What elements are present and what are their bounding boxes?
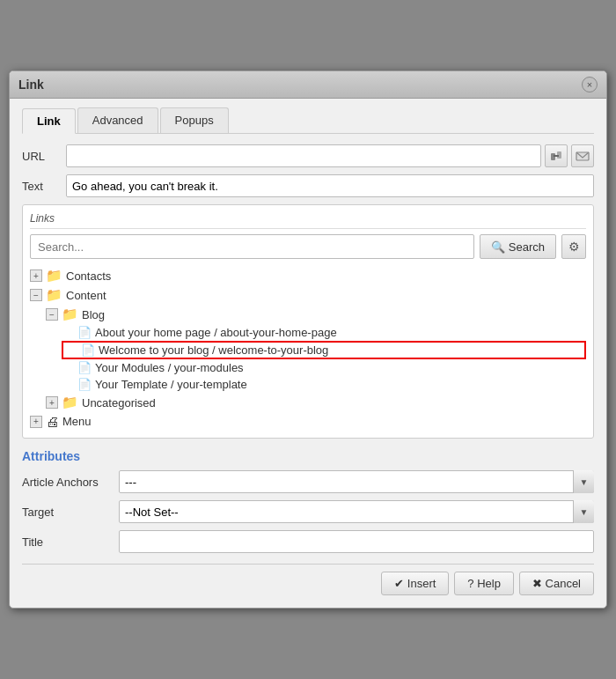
text-row: Text [22, 174, 594, 197]
url-label: URL [22, 150, 66, 163]
content-toggle[interactable]: − [30, 289, 42, 301]
dialog-title: Link [18, 77, 44, 92]
about-label: About your home page / about-your-home-p… [95, 326, 337, 339]
cancel-button[interactable]: ✖ Cancel [519, 572, 594, 595]
search-row: 🔍 Search ⚙ [30, 234, 586, 259]
tree-item-contacts[interactable]: + 📁 Contacts [30, 266, 586, 285]
target-select[interactable]: --Not Set-- [119, 500, 594, 523]
tree-item-blog[interactable]: − 📁 Blog [46, 305, 586, 324]
dialog-titlebar: Link × [10, 71, 606, 99]
uncategorised-toggle[interactable]: + [46, 396, 58, 409]
url-row: URL [22, 144, 594, 167]
gear-icon: ⚙ [568, 240, 580, 254]
dialog-body: Link Advanced Popups URL [10, 99, 606, 608]
dialog-footer: ✔ Insert ? Help ✖ Cancel [22, 564, 594, 595]
tree-item-uncategorised[interactable]: + 📁 Uncategorised [46, 393, 586, 412]
tree-item-welcome[interactable]: 📄 Welcome to your blog / welcome-to-your… [62, 341, 586, 359]
modules-doc-icon: 📄 [77, 361, 92, 374]
search-input[interactable] [30, 234, 474, 259]
attributes-title: Attributes [22, 449, 594, 463]
template-doc-icon: 📄 [77, 378, 92, 391]
content-label: Content [66, 289, 106, 302]
tree-item-modules[interactable]: 📄 Your Modules / your-modules [62, 359, 586, 376]
search-button[interactable]: 🔍 Search [480, 234, 556, 259]
modules-label: Your Modules / your-modules [95, 361, 244, 374]
help-button[interactable]: ? Help [454, 572, 514, 595]
menu-toggle[interactable]: + [30, 416, 42, 428]
tree: + 📁 Contacts − 📁 Content − 📁 Blog [30, 266, 586, 431]
menu-label: Menu [62, 415, 92, 428]
article-anchors-row: Article Anchors --- ▼ [22, 470, 594, 493]
gear-button[interactable]: ⚙ [561, 234, 586, 259]
tab-bar: Link Advanced Popups [22, 107, 594, 134]
welcome-label: Welcome to your blog / welcome-to-your-b… [99, 343, 328, 357]
links-section: Links 🔍 Search ⚙ + 📁 Contacts [22, 204, 594, 439]
article-anchors-select[interactable]: --- [119, 470, 594, 493]
menu-folder-icon: 🖨 [46, 414, 59, 429]
close-button[interactable]: × [582, 77, 598, 92]
insert-button[interactable]: ✔ Insert [381, 572, 449, 595]
contacts-folder-icon: 📁 [46, 268, 62, 284]
article-anchors-label: Article Anchors [22, 476, 119, 489]
tab-popups[interactable]: Popups [160, 107, 229, 133]
content-folder-icon: 📁 [46, 287, 62, 303]
target-label: Target [22, 506, 119, 519]
template-label: Your Template / your-template [95, 378, 247, 391]
title-input[interactable] [119, 530, 594, 553]
url-email-icon[interactable] [571, 144, 594, 167]
uncategorised-label: Uncategorised [82, 396, 156, 410]
tree-item-content[interactable]: − 📁 Content [30, 285, 586, 305]
tree-item-template[interactable]: 📄 Your Template / your-template [62, 376, 586, 393]
article-anchors-wrapper: --- ▼ [119, 470, 594, 493]
link-dialog: Link × Link Advanced Popups URL [9, 70, 607, 609]
target-row: Target --Not Set-- ▼ [22, 500, 594, 523]
target-wrapper: --Not Set-- ▼ [119, 500, 594, 523]
svg-rect-2 [554, 155, 559, 157]
tree-item-about[interactable]: 📄 About your home page / about-your-home… [62, 324, 586, 341]
text-label: Text [22, 180, 66, 193]
blog-folder-icon: 📁 [62, 306, 78, 322]
tab-link[interactable]: Link [22, 108, 76, 134]
title-row: Title [22, 530, 594, 553]
text-input[interactable] [66, 174, 594, 197]
about-doc-icon: 📄 [77, 326, 92, 339]
blog-toggle[interactable]: − [46, 308, 58, 321]
tab-advanced[interactable]: Advanced [77, 107, 158, 133]
tree-item-menu[interactable]: + 🖨 Menu [30, 412, 586, 431]
uncategorised-folder-icon: 📁 [62, 395, 78, 410]
url-link-icon[interactable] [545, 144, 568, 167]
welcome-doc-icon: 📄 [81, 343, 95, 357]
contacts-label: Contacts [66, 269, 111, 283]
title-label: Title [22, 535, 119, 549]
attributes-section: Attributes Article Anchors --- ▼ Target … [22, 449, 594, 553]
search-icon: 🔍 [491, 240, 505, 254]
contacts-toggle[interactable]: + [30, 269, 42, 282]
url-input[interactable] [66, 144, 541, 167]
blog-label: Blog [82, 308, 105, 321]
links-label: Links [30, 212, 586, 229]
